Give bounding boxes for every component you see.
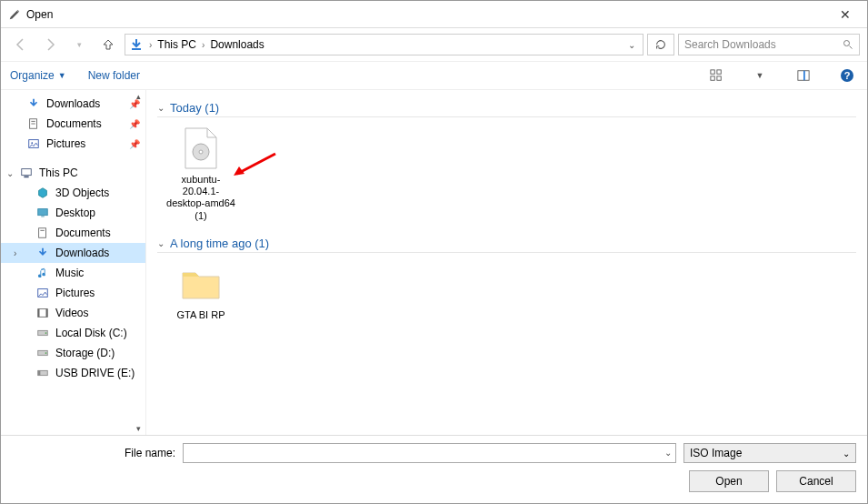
pin-icon: 📌 — [129, 99, 138, 109]
svg-rect-17 — [41, 217, 45, 217]
red-arrow-annotation — [232, 152, 277, 179]
document-icon — [26, 116, 41, 131]
chevron-down-icon: ⌄ — [157, 103, 165, 113]
sidebar-item-pictures[interactable]: Pictures — [1, 283, 145, 303]
svg-rect-23 — [46, 309, 48, 318]
cube-icon — [35, 186, 50, 200]
computer-icon — [19, 166, 34, 180]
file-label: GTA BI RP — [165, 309, 237, 321]
group-header-longtimeago[interactable]: ⌄ A long time ago (1) — [157, 237, 856, 253]
breadcrumb-root[interactable]: This PC — [157, 38, 196, 51]
chevron-down-icon: ⌄ — [157, 238, 165, 248]
svg-rect-14 — [22, 169, 32, 176]
navigation-pane: ▴ Downloads 📌 Documents 📌 Pictures 📌 ⌄ T… — [1, 90, 146, 435]
sidebar-item-desktop[interactable]: Desktop — [1, 203, 145, 223]
navigation-bar: ▾ › This PC › Downloads ⌄ — [1, 28, 867, 61]
filename-label: File name: — [12, 447, 175, 459]
svg-rect-4 — [717, 76, 721, 80]
sidebar-item-downloads[interactable]: › Downloads — [1, 243, 145, 263]
download-icon — [35, 246, 50, 260]
file-list-pane: ⌄ Today (1) xubuntu-20.04.1-desktop-amd6… — [146, 90, 867, 435]
disk-icon — [35, 346, 50, 360]
svg-point-25 — [45, 332, 47, 334]
chevron-down-icon: ⌄ — [6, 168, 14, 178]
window-title: Open — [26, 8, 831, 21]
sidebar-item-storage-d[interactable]: Storage (D:) — [1, 343, 145, 363]
folder-icon — [179, 262, 223, 306]
disk-icon — [35, 326, 50, 340]
videos-icon — [35, 306, 50, 320]
sidebar-item-localdisk-c[interactable]: Local Disk (C:) — [1, 323, 145, 343]
desktop-icon — [35, 206, 50, 220]
search-box[interactable] — [678, 34, 860, 55]
new-folder-button[interactable]: New folder — [88, 69, 140, 82]
sidebar-item-documents[interactable]: Documents — [1, 223, 145, 243]
svg-rect-2 — [717, 70, 721, 74]
close-button[interactable]: ✕ — [831, 5, 860, 24]
help-button[interactable]: ? — [836, 66, 858, 86]
search-input[interactable] — [684, 38, 843, 51]
refresh-button[interactable] — [647, 34, 674, 55]
chevron-right-icon: › — [14, 248, 16, 258]
music-icon — [35, 266, 50, 280]
file-item[interactable]: GTA BI RP — [165, 262, 237, 321]
sidebar-item-videos[interactable]: Videos — [1, 303, 145, 323]
view-options-button[interactable] — [705, 66, 727, 86]
pin-icon: 📌 — [129, 119, 138, 129]
organize-button[interactable]: Organize ▼ — [10, 69, 66, 82]
svg-text:?: ? — [844, 70, 851, 81]
pictures-icon — [26, 136, 41, 151]
toolbar: Organize ▼ New folder ▼ ? — [1, 61, 867, 90]
dialog-body: ▴ Downloads 📌 Documents 📌 Pictures 📌 ⌄ T… — [1, 90, 867, 435]
filename-input[interactable]: ⌄ — [183, 443, 676, 463]
dialog-footer: File name: ⌄ ISO Image ⌄ Open Cancel — [1, 435, 867, 503]
up-button[interactable] — [95, 34, 121, 55]
sidebar-item-3dobjects[interactable]: 3D Objects — [1, 183, 145, 203]
chevron-right-icon: › — [200, 40, 206, 50]
filetype-select[interactable]: ISO Image ⌄ — [683, 443, 856, 463]
back-button[interactable] — [8, 34, 34, 55]
file-item[interactable]: xubuntu-20.04.1-desktop-amd64 (1) — [165, 126, 237, 222]
scroll-down-icon[interactable]: ▾ — [132, 422, 145, 435]
svg-point-13 — [31, 142, 33, 144]
sidebar-item-downloads[interactable]: Downloads 📌 — [1, 94, 145, 114]
sidebar-item-music[interactable]: Music — [1, 263, 145, 283]
group-header-today[interactable]: ⌄ Today (1) — [157, 101, 856, 117]
chevron-right-icon: › — [147, 40, 154, 50]
file-label: xubuntu-20.04.1-desktop-amd64 (1) — [165, 174, 237, 222]
pin-icon: 📌 — [129, 139, 138, 149]
chevron-down-icon[interactable]: ⌄ — [628, 40, 639, 50]
svg-rect-15 — [24, 176, 28, 178]
window-titlebar: Open ✕ — [1, 1, 867, 28]
svg-rect-29 — [38, 370, 41, 375]
download-icon — [26, 96, 41, 111]
brush-icon — [8, 8, 21, 21]
chevron-down-icon: ⌄ — [843, 449, 850, 459]
sidebar-item-thispc[interactable]: ⌄ This PC — [1, 163, 145, 183]
download-arrow-icon — [129, 37, 144, 52]
view-dropdown[interactable]: ▼ — [749, 66, 771, 86]
forward-button[interactable] — [37, 34, 63, 55]
chevron-down-icon[interactable]: ⌄ — [664, 448, 672, 458]
search-icon — [843, 39, 853, 50]
svg-rect-1 — [711, 70, 714, 74]
recent-dropdown[interactable]: ▾ — [66, 34, 92, 55]
cancel-button[interactable]: Cancel — [776, 470, 856, 492]
sidebar-item-usbdrive-e[interactable]: USB DRIVE (E:) — [1, 363, 145, 383]
breadcrumb-current[interactable]: Downloads — [210, 38, 264, 51]
sidebar-item-documents[interactable]: Documents 📌 — [1, 114, 145, 134]
pictures-icon — [35, 286, 50, 300]
breadcrumb[interactable]: › This PC › Downloads ⌄ — [125, 34, 644, 55]
document-icon — [35, 226, 50, 240]
usb-icon — [35, 366, 50, 380]
svg-rect-16 — [38, 209, 48, 216]
svg-rect-22 — [38, 309, 40, 318]
svg-point-31 — [199, 150, 203, 154]
svg-rect-3 — [711, 76, 714, 80]
svg-rect-18 — [39, 228, 46, 238]
sidebar-item-pictures[interactable]: Pictures 📌 — [1, 134, 145, 154]
open-button[interactable]: Open — [689, 470, 769, 492]
preview-pane-button[interactable] — [793, 66, 814, 86]
svg-point-0 — [844, 41, 850, 46]
iso-file-icon — [179, 126, 223, 170]
